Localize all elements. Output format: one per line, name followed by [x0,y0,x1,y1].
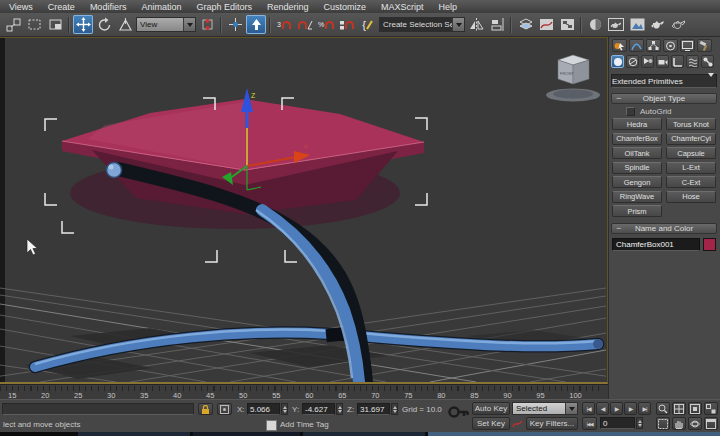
material-editor-icon[interactable] [585,15,605,34]
ringwave-button[interactable]: RingWave [612,191,662,203]
absolute-mode-toggle[interactable] [217,403,232,415]
menu-create[interactable]: Create [48,2,75,12]
tab-hierarchy[interactable] [646,39,661,52]
prism-button[interactable]: Prism [612,205,662,217]
chevron-down-icon[interactable] [708,77,714,86]
next-frame-button[interactable]: ▶ [624,402,637,415]
category-systems[interactable] [701,55,714,68]
render-iteration-icon[interactable] [669,15,689,34]
menu-rendering[interactable]: Rendering [267,2,309,12]
align-icon[interactable] [487,15,507,34]
snaps-toggle-3d-icon[interactable]: 3 [274,15,294,34]
use-pivot-point-center-icon[interactable] [197,15,217,34]
render-production-icon[interactable] [648,15,668,34]
hose-button[interactable]: Hose [666,191,716,203]
tab-display[interactable] [680,39,695,52]
select-and-move-button[interactable] [73,15,93,34]
select-and-scale-icon[interactable] [115,15,135,34]
manage-layers-icon[interactable] [515,15,535,34]
category-cameras[interactable] [656,55,669,68]
z-spinner[interactable] [391,403,398,415]
region-zoom-icon[interactable] [656,417,670,430]
pan-hand-icon[interactable] [672,417,686,430]
c-ext-button[interactable]: C-Ext [666,176,716,188]
category-lights[interactable] [641,55,654,68]
gengon-button[interactable]: Gengon [612,176,662,188]
key-mode-dropdown[interactable]: Selected [512,402,578,415]
chevron-down-icon[interactable] [183,18,195,31]
render-setup-icon[interactable] [606,15,626,34]
capsule-button[interactable]: Capsule [666,147,716,159]
edit-named-selection-sets-icon[interactable]: { [358,15,378,34]
time-tag-icon[interactable] [266,420,277,431]
rectangular-selection-icon[interactable] [24,15,44,34]
current-frame-field[interactable]: 0 [600,417,635,429]
spinner-snap-icon[interactable] [337,15,357,34]
previous-key-button[interactable]: |◀◀ [582,417,597,430]
y-spinner[interactable] [336,403,343,415]
select-and-rotate-icon[interactable] [94,15,114,34]
menu-animation[interactable]: Animation [141,2,181,12]
category-shapes[interactable] [626,55,639,68]
x-spinner[interactable] [281,403,288,415]
menu-customize[interactable]: Customize [323,2,366,12]
selection-lock-toggle[interactable] [198,403,213,415]
go-to-start-button[interactable]: |◀ [582,402,595,415]
frame-spinner[interactable] [636,417,643,429]
previous-frame-button[interactable]: ◀ [596,402,609,415]
menu-modifiers[interactable]: Modifiers [90,2,127,12]
maximize-viewport-icon[interactable] [704,417,718,430]
tab-utilities[interactable] [697,39,712,52]
auto-key-button[interactable]: Auto Key [472,402,510,415]
add-time-tag[interactable]: Add Time Tag [280,420,329,429]
tab-create[interactable] [612,39,627,52]
time-slider-track[interactable]: 1520 2530 3540 4550 5560 6570 7580 8590 … [0,384,608,399]
x-coordinate-field[interactable]: 5.066 [247,403,280,415]
object-type-rollout-header[interactable]: − Object Type [611,93,717,104]
select-and-link-icon[interactable] [3,15,23,34]
oiltank-button[interactable]: OilTank [612,147,662,159]
category-space-warps[interactable] [686,55,699,68]
chevron-down-icon[interactable] [452,18,464,31]
menu-views[interactable]: Views [9,2,33,12]
autogrid-checkbox[interactable] [626,107,635,116]
named-selection-set-dropdown[interactable]: Create Selection Se [379,17,465,32]
z-coordinate-field[interactable]: 31.697 [357,403,390,415]
rendered-frame-window-icon[interactable] [627,15,647,34]
angle-snap-icon[interactable] [295,15,315,34]
percent-snap-icon[interactable]: % [316,15,336,34]
zoom-all-icon[interactable] [672,402,686,415]
torus-knot-button[interactable]: Torus Knot [666,118,716,130]
go-to-end-button[interactable]: ▶| [638,402,651,415]
object-color-swatch[interactable] [703,238,716,251]
object-name-field[interactable]: ChamferBox001 [612,238,700,251]
chamfercyl-button[interactable]: ChamferCyl [666,133,716,145]
orbit-icon[interactable] [688,417,702,430]
menu-help[interactable]: Help [439,2,458,12]
mirror-icon[interactable] [466,15,486,34]
l-ext-button[interactable]: L-Ext [666,162,716,174]
zoom-extents-icon[interactable] [688,402,702,415]
zoom-icon[interactable] [656,402,670,415]
category-helpers[interactable] [671,55,684,68]
tab-modify[interactable] [629,39,644,52]
hedra-button[interactable]: Hedra [612,118,662,130]
y-coordinate-field[interactable]: -4.627 [302,403,335,415]
menu-graph-editors[interactable]: Graph Editors [196,2,252,12]
zoom-extents-all-icon[interactable] [704,402,718,415]
key-filter-curve-icon[interactable] [512,418,523,431]
category-geometry[interactable] [611,55,624,68]
chevron-down-icon[interactable] [565,403,577,414]
name-and-color-rollout-header[interactable]: − Name and Color [611,223,717,234]
reference-coordinate-dropdown[interactable]: View [136,17,196,32]
perspective-viewport[interactable]: Z x FRONT [0,37,608,384]
select-and-manipulate-icon[interactable] [225,15,245,34]
chamferbox-button[interactable]: ChamferBox [612,133,662,145]
key-filters-button[interactable]: Key Filters... [526,417,578,430]
curve-editor-icon[interactable] [536,15,556,34]
set-key-button[interactable]: Set Key [472,417,510,430]
play-button[interactable]: ▶ [610,402,623,415]
set-key-mode-icon[interactable] [448,404,470,422]
track-bar[interactable] [2,403,194,415]
tab-motion[interactable] [663,39,678,52]
